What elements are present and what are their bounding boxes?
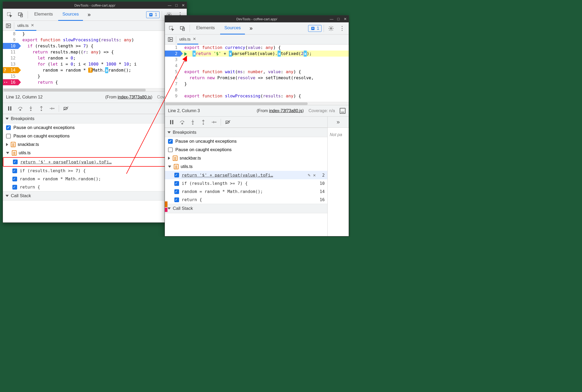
settings-icon[interactable] [326,23,336,33]
horizontal-scrollbar[interactable] [165,102,349,105]
pause-button[interactable] [167,117,176,127]
line-number[interactable]: 11 [3,49,18,55]
checkbox-icon[interactable] [174,197,179,202]
line-number[interactable]: 14 [3,67,18,73]
more-tabs-icon[interactable]: » [246,23,256,33]
line-number[interactable]: 8 [3,31,18,37]
pause-uncaught-option[interactable]: Pause on uncaught exceptions [165,137,327,146]
line-number[interactable]: 10 [3,43,18,49]
line-number[interactable]: 15 [3,73,18,79]
horizontal-scrollbar[interactable] [3,88,187,91]
step-out-button[interactable] [37,104,46,113]
code-line[interactable]: } [180,57,349,63]
code-line[interactable]: return new Promise(resolve => setTimeout… [180,75,349,81]
deactivate-breakpoints-button[interactable] [61,104,71,113]
step-into-button[interactable] [26,104,36,113]
breakpoint-file-utils[interactable]: utils.ts [165,162,327,171]
tab-sources[interactable]: Sources [58,9,83,21]
breakpoint-file-snackbar[interactable]: snackbar.ts [165,154,327,162]
kebab-menu-icon[interactable]: ⋮ [337,23,347,33]
inspect-icon[interactable] [4,10,14,20]
deactivate-breakpoints-button[interactable] [223,117,233,127]
step-into-button[interactable] [188,117,198,127]
line-number[interactable]: 9 [3,37,18,43]
line-number[interactable]: 16 [3,79,18,85]
code-line[interactable]: export function slowProcessing(results: … [18,37,187,43]
close-tab-icon[interactable]: ✕ [31,23,34,28]
code-line[interactable]: for (let i = 0; i < 1000 * 1000 * 10; i [18,61,187,67]
issues-badge[interactable]: 1 [146,11,160,18]
callstack-section-header[interactable]: Call Stack [165,204,327,213]
device-icon[interactable] [177,23,188,33]
code-line[interactable]: export function wait(ms: number, value: … [180,69,349,75]
step-over-button[interactable] [16,104,25,113]
tab-elements[interactable]: Elements [30,9,57,21]
code-line[interactable] [180,63,349,69]
file-tab-utils[interactable]: utils.ts ✕ [15,21,36,31]
code-editor[interactable]: 1export function currency(value: any) {2… [165,44,349,102]
inspect-icon[interactable] [166,23,176,33]
pause-caught-option[interactable]: Pause on caught exceptions [165,146,327,154]
code-line[interactable]: if (results.length >= 7) { [18,43,187,49]
checkbox-icon[interactable] [174,189,179,194]
tab-sources[interactable]: Sources [220,22,245,34]
source-map-link[interactable]: index-73f73a80.js [269,108,302,113]
close-button[interactable]: ✕ [181,3,185,7]
breakpoint-item[interactable]: return '$' + parseFloat(value).toFi… ✎ ✕… [165,171,327,179]
line-number[interactable]: 9 [165,93,180,99]
line-number[interactable]: 3 [165,57,180,63]
breakpoint-item[interactable]: if (results.length >= 7) { 10 [3,167,187,175]
code-line[interactable]: } [18,73,187,79]
step-button[interactable] [47,104,57,113]
remove-icon[interactable]: ✕ [313,172,316,178]
breakpoint-item[interactable]: return '$' + parseFloat(value).toFi… ✎ ✕… [3,157,187,167]
code-line[interactable]: let random = 0; [18,55,187,61]
toggle-view-icon[interactable] [340,108,346,114]
line-number[interactable]: 5 [165,69,180,75]
line-number[interactable]: 4 [165,63,180,69]
line-number[interactable]: 12 [3,55,18,61]
minimize-button[interactable]: — [330,17,333,21]
pause-uncaught-option[interactable]: Pause on uncaught exceptions [3,123,187,132]
checkbox-icon[interactable] [168,147,173,152]
maximize-button[interactable]: □ [175,3,178,7]
source-map-link[interactable]: index-73f73a80.js [118,95,151,99]
checkbox-icon[interactable] [168,139,173,144]
show-navigator-icon[interactable] [166,35,175,44]
code-line[interactable] [180,87,349,93]
minimize-button[interactable]: — [168,3,171,7]
close-button[interactable]: ✕ [343,17,347,21]
pause-button[interactable] [5,104,14,113]
step-out-button[interactable] [199,117,208,127]
step-over-button[interactable] [177,117,187,127]
code-line[interactable]: return results.map((r: any) => { [18,49,187,55]
breakpoint-item[interactable]: return { 16 [165,196,327,204]
file-tab-utils[interactable]: utils.ts ✕ [177,34,198,44]
line-number[interactable]: 1 [165,44,180,51]
checkbox-icon[interactable] [13,160,18,164]
edit-icon[interactable]: ✎ [308,172,310,178]
maximize-button[interactable]: □ [337,17,340,21]
code-line[interactable]: return { [18,79,187,85]
checkbox-icon[interactable] [12,177,17,181]
checkbox-icon[interactable] [174,173,179,177]
breakpoint-item[interactable]: random = random * Math.random(); 14 [3,175,187,183]
close-tab-icon[interactable]: ✕ [193,37,196,41]
checkbox-icon[interactable] [174,181,179,186]
callstack-section-header[interactable]: Call Stack [3,191,187,201]
breakpoints-section-header[interactable]: Breakpoints [3,114,187,123]
breakpoint-file-snackbar[interactable]: snackbar.ts [3,140,187,149]
code-line[interactable]: export function currency(value: any) { [180,44,349,51]
breakpoints-section-header[interactable]: Breakpoints [165,128,327,137]
code-line[interactable]: ◗return '$' + ◗parseFloat(value).◗toFixe… [180,51,349,57]
breakpoint-item[interactable]: return { 16 [3,183,187,191]
pause-caught-option[interactable]: Pause on caught exceptions [3,132,187,140]
checkbox-icon[interactable] [12,168,17,173]
line-number[interactable]: 7 [165,81,180,87]
checkbox-icon[interactable] [12,185,17,190]
line-number[interactable]: 13 [3,61,18,67]
breakpoint-item[interactable]: if (results.length >= 7) { 10 [165,179,327,187]
device-icon[interactable] [16,10,26,20]
more-icon[interactable]: » [334,119,342,126]
code-editor[interactable]: 8}9export function slowProcessing(result… [3,31,187,88]
